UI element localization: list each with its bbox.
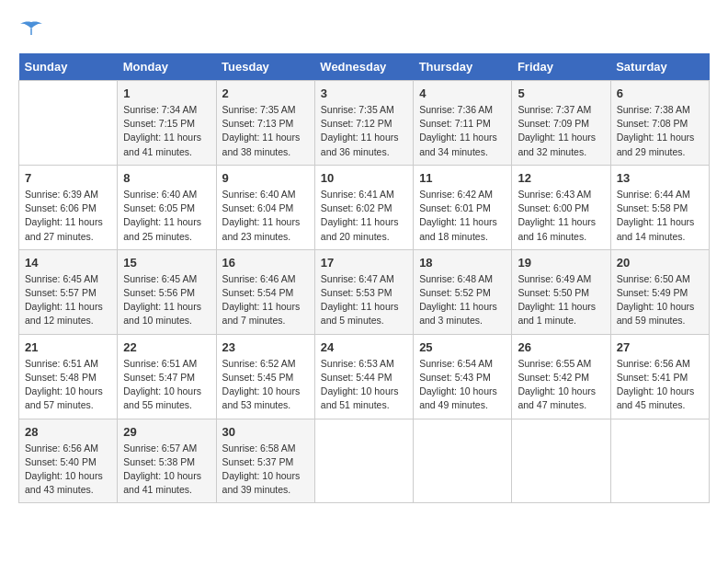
weekday-header-cell: Friday (512, 53, 610, 81)
day-number: 6 (617, 86, 703, 100)
page-header (18, 18, 710, 39)
calendar-cell (314, 419, 413, 503)
weekday-header-cell: Monday (118, 53, 216, 81)
logo-icon (18, 18, 44, 39)
calendar-cell: 19Sunrise: 6:49 AM Sunset: 5:50 PM Dayli… (512, 249, 610, 334)
day-info: Sunrise: 6:57 AM Sunset: 5:38 PM Dayligh… (123, 442, 210, 498)
day-number: 8 (123, 171, 210, 185)
day-number: 17 (321, 256, 407, 270)
calendar-table: SundayMondayTuesdayWednesdayThursdayFrid… (18, 53, 710, 503)
day-number: 18 (419, 256, 506, 270)
day-number: 30 (222, 425, 309, 439)
day-number: 5 (518, 86, 604, 100)
day-info: Sunrise: 6:42 AM Sunset: 6:01 PM Dayligh… (419, 188, 506, 244)
day-info: Sunrise: 6:44 AM Sunset: 5:58 PM Dayligh… (617, 188, 703, 244)
weekday-header-cell: Wednesday (314, 53, 413, 81)
calendar-cell: 2Sunrise: 7:35 AM Sunset: 7:13 PM Daylig… (216, 81, 314, 166)
calendar-cell (414, 419, 512, 503)
calendar-cell: 1Sunrise: 7:34 AM Sunset: 7:15 PM Daylig… (118, 81, 216, 166)
day-info: Sunrise: 6:43 AM Sunset: 6:00 PM Dayligh… (518, 188, 604, 244)
day-info: Sunrise: 6:45 AM Sunset: 5:56 PM Dayligh… (123, 272, 210, 328)
day-number: 11 (419, 171, 506, 185)
calendar-cell: 27Sunrise: 6:56 AM Sunset: 5:41 PM Dayli… (610, 334, 709, 419)
calendar-cell (512, 419, 610, 503)
day-number: 22 (123, 340, 210, 354)
calendar-cell: 11Sunrise: 6:42 AM Sunset: 6:01 PM Dayli… (414, 165, 512, 249)
calendar-cell: 30Sunrise: 6:58 AM Sunset: 5:37 PM Dayli… (216, 419, 314, 503)
day-info: Sunrise: 7:34 AM Sunset: 7:15 PM Dayligh… (123, 103, 210, 159)
calendar-cell: 5Sunrise: 7:37 AM Sunset: 7:09 PM Daylig… (512, 81, 610, 166)
calendar-week-row: 28Sunrise: 6:56 AM Sunset: 5:40 PM Dayli… (19, 419, 710, 503)
calendar-cell: 17Sunrise: 6:47 AM Sunset: 5:53 PM Dayli… (314, 249, 413, 334)
calendar-cell: 29Sunrise: 6:57 AM Sunset: 5:38 PM Dayli… (118, 419, 216, 503)
day-info: Sunrise: 6:52 AM Sunset: 5:45 PM Dayligh… (222, 357, 309, 413)
day-info: Sunrise: 6:48 AM Sunset: 5:52 PM Dayligh… (419, 272, 506, 328)
day-number: 25 (419, 340, 506, 354)
day-number: 21 (25, 340, 111, 354)
calendar-body: 1Sunrise: 7:34 AM Sunset: 7:15 PM Daylig… (19, 81, 710, 503)
day-info: Sunrise: 6:51 AM Sunset: 5:48 PM Dayligh… (25, 357, 111, 413)
calendar-week-row: 14Sunrise: 6:45 AM Sunset: 5:57 PM Dayli… (19, 249, 710, 334)
day-number: 10 (321, 171, 407, 185)
day-info: Sunrise: 6:39 AM Sunset: 6:06 PM Dayligh… (25, 188, 111, 244)
day-number: 27 (617, 340, 703, 354)
weekday-header-cell: Tuesday (216, 53, 314, 81)
day-number: 26 (518, 340, 604, 354)
day-info: Sunrise: 7:36 AM Sunset: 7:11 PM Dayligh… (419, 103, 506, 159)
calendar-cell: 25Sunrise: 6:54 AM Sunset: 5:43 PM Dayli… (414, 334, 512, 419)
day-info: Sunrise: 7:38 AM Sunset: 7:08 PM Dayligh… (617, 103, 703, 159)
day-number: 4 (419, 86, 506, 100)
day-number: 16 (222, 256, 309, 270)
day-number: 12 (518, 171, 604, 185)
day-info: Sunrise: 6:50 AM Sunset: 5:49 PM Dayligh… (617, 272, 703, 328)
day-info: Sunrise: 6:40 AM Sunset: 6:04 PM Dayligh… (222, 188, 309, 244)
day-number: 15 (123, 256, 210, 270)
day-info: Sunrise: 6:55 AM Sunset: 5:42 PM Dayligh… (518, 357, 604, 413)
day-info: Sunrise: 7:37 AM Sunset: 7:09 PM Dayligh… (518, 103, 604, 159)
calendar-cell: 16Sunrise: 6:46 AM Sunset: 5:54 PM Dayli… (216, 249, 314, 334)
day-info: Sunrise: 6:47 AM Sunset: 5:53 PM Dayligh… (321, 272, 407, 328)
day-info: Sunrise: 6:40 AM Sunset: 6:05 PM Dayligh… (123, 188, 210, 244)
weekday-header-row: SundayMondayTuesdayWednesdayThursdayFrid… (19, 53, 710, 81)
calendar-cell: 15Sunrise: 6:45 AM Sunset: 5:56 PM Dayli… (118, 249, 216, 334)
day-info: Sunrise: 7:35 AM Sunset: 7:13 PM Dayligh… (222, 103, 309, 159)
day-info: Sunrise: 6:56 AM Sunset: 5:41 PM Dayligh… (617, 357, 703, 413)
day-info: Sunrise: 6:45 AM Sunset: 5:57 PM Dayligh… (25, 272, 111, 328)
calendar-cell: 23Sunrise: 6:52 AM Sunset: 5:45 PM Dayli… (216, 334, 314, 419)
calendar-cell: 9Sunrise: 6:40 AM Sunset: 6:04 PM Daylig… (216, 165, 314, 249)
calendar-cell: 4Sunrise: 7:36 AM Sunset: 7:11 PM Daylig… (414, 81, 512, 166)
day-info: Sunrise: 6:53 AM Sunset: 5:44 PM Dayligh… (321, 357, 407, 413)
day-info: Sunrise: 6:49 AM Sunset: 5:50 PM Dayligh… (518, 272, 604, 328)
weekday-header-cell: Sunday (19, 53, 118, 81)
day-number: 3 (321, 86, 407, 100)
day-number: 28 (25, 425, 111, 439)
weekday-header-cell: Saturday (610, 53, 709, 81)
calendar-cell: 7Sunrise: 6:39 AM Sunset: 6:06 PM Daylig… (19, 165, 118, 249)
weekday-header-cell: Thursday (414, 53, 512, 81)
calendar-cell: 20Sunrise: 6:50 AM Sunset: 5:49 PM Dayli… (610, 249, 709, 334)
day-number: 29 (123, 425, 210, 439)
day-number: 19 (518, 256, 604, 270)
calendar-cell: 10Sunrise: 6:41 AM Sunset: 6:02 PM Dayli… (314, 165, 413, 249)
day-number: 13 (617, 171, 703, 185)
calendar-cell: 13Sunrise: 6:44 AM Sunset: 5:58 PM Dayli… (610, 165, 709, 249)
day-number: 24 (321, 340, 407, 354)
day-number: 7 (25, 171, 111, 185)
day-info: Sunrise: 6:46 AM Sunset: 5:54 PM Dayligh… (222, 272, 309, 328)
calendar-cell (19, 81, 118, 166)
calendar-week-row: 21Sunrise: 6:51 AM Sunset: 5:48 PM Dayli… (19, 334, 710, 419)
calendar-cell: 3Sunrise: 7:35 AM Sunset: 7:12 PM Daylig… (314, 81, 413, 166)
day-number: 9 (222, 171, 309, 185)
calendar-cell: 8Sunrise: 6:40 AM Sunset: 6:05 PM Daylig… (118, 165, 216, 249)
day-info: Sunrise: 6:41 AM Sunset: 6:02 PM Dayligh… (321, 188, 407, 244)
calendar-cell: 28Sunrise: 6:56 AM Sunset: 5:40 PM Dayli… (19, 419, 118, 503)
day-info: Sunrise: 6:54 AM Sunset: 5:43 PM Dayligh… (419, 357, 506, 413)
calendar-cell: 6Sunrise: 7:38 AM Sunset: 7:08 PM Daylig… (610, 81, 709, 166)
calendar-cell: 14Sunrise: 6:45 AM Sunset: 5:57 PM Dayli… (19, 249, 118, 334)
calendar-cell: 18Sunrise: 6:48 AM Sunset: 5:52 PM Dayli… (414, 249, 512, 334)
day-number: 2 (222, 86, 309, 100)
calendar-cell: 21Sunrise: 6:51 AM Sunset: 5:48 PM Dayli… (19, 334, 118, 419)
calendar-cell: 24Sunrise: 6:53 AM Sunset: 5:44 PM Dayli… (314, 334, 413, 419)
logo (18, 18, 48, 39)
calendar-week-row: 7Sunrise: 6:39 AM Sunset: 6:06 PM Daylig… (19, 165, 710, 249)
